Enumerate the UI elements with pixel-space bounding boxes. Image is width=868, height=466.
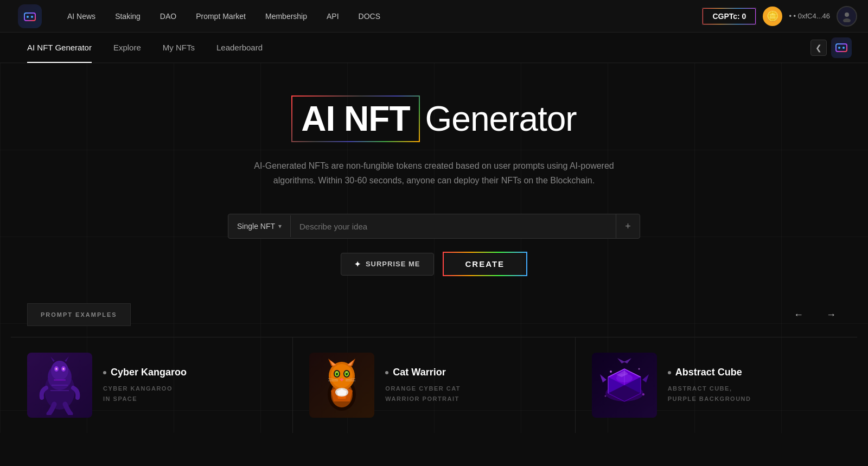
svg-point-17 — [56, 368, 57, 369]
prompt-examples-label: PROMPT EXAMPLES — [27, 303, 131, 326]
sub-nav-logo — [831, 37, 852, 58]
cgpt-label: CGPTc: 0 — [712, 12, 746, 21]
describe-input[interactable] — [291, 215, 616, 238]
card-abstract-cube[interactable]: Abstract Cube ABSTRACT CUBE,PURPLE BACKG… — [576, 337, 857, 433]
hero-title-rest: Generator — [425, 99, 577, 139]
surprise-icon: ✦ — [354, 260, 361, 269]
svg-point-10 — [51, 361, 68, 380]
nav-link-ai-news[interactable]: AI News — [60, 8, 103, 25]
create-label: CREATE — [465, 259, 505, 269]
logo[interactable] — [11, 4, 49, 28]
svg-point-1 — [27, 16, 29, 18]
collapse-button[interactable]: ❮ — [810, 40, 827, 56]
sub-nav-leaderboard[interactable]: Leaderboard — [206, 37, 273, 58]
nav-link-dao[interactable]: DAO — [152, 8, 184, 25]
nav-link-staking[interactable]: Staking — [107, 8, 148, 25]
hero-description: AI-Generated NFTs are non-fungible token… — [239, 158, 629, 188]
prev-arrow[interactable]: ← — [789, 305, 808, 324]
nav-link-docs[interactable]: DOCS — [351, 8, 388, 25]
surprise-me-button[interactable]: ✦ SURPRISE ME — [341, 253, 434, 276]
sub-nav-ai-nft-generator[interactable]: AI NFT Generator — [16, 37, 103, 58]
prompt-header: PROMPT EXAMPLES ← → — [11, 303, 857, 337]
svg-point-23 — [331, 364, 353, 388]
card-image-cyber-kangaroo — [27, 353, 92, 418]
svg-rect-0 — [24, 13, 35, 21]
card-dot — [103, 371, 106, 374]
surprise-me-label: SURPRISE ME — [366, 260, 420, 268]
chevron-down-icon: ▾ — [278, 222, 282, 230]
svg-point-2 — [31, 16, 33, 18]
card-desc-cyber-kangaroo: CYBER KANGAROOIN SPACE — [103, 384, 276, 404]
svg-point-40 — [638, 368, 640, 370]
svg-rect-5 — [836, 44, 847, 52]
nav-link-membership[interactable]: Membership — [258, 8, 315, 25]
card-image-abstract-cube — [592, 353, 657, 418]
nft-type-label: Single NFT — [237, 222, 275, 231]
top-nav: AI News Staking DAO Prompt Market Member… — [0, 0, 868, 33]
svg-point-30 — [336, 372, 337, 373]
card-title-abstract-cube: Abstract Cube — [675, 367, 742, 378]
plus-button[interactable]: + — [616, 214, 640, 238]
svg-point-42 — [642, 393, 644, 395]
card-desc-abstract-cube: ABSTRACT CUBE,PURPLE BACKGROUND — [668, 384, 841, 404]
card-image-cat-warrior — [309, 353, 374, 418]
card-dot — [668, 371, 671, 374]
carousel-nav: ← → — [789, 305, 841, 324]
sub-nav-my-nfts[interactable]: My NFTs — [152, 37, 206, 58]
sub-nav-explore[interactable]: Explore — [103, 37, 152, 58]
svg-point-3 — [845, 12, 849, 17]
svg-point-6 — [838, 47, 840, 49]
prompt-section: PROMPT EXAMPLES ← → — [11, 303, 857, 433]
svg-point-18 — [63, 368, 64, 369]
sub-nav-right: ❮ — [810, 37, 852, 58]
main-content: AI NFT Generator AI-Generated NFTs are n… — [0, 63, 868, 433]
card-title-cat-warrior: Cat Warrior — [393, 367, 445, 378]
card-cyber-kangaroo[interactable]: Cyber Kangaroo CYBER KANGAROOIN SPACE — [11, 337, 293, 433]
cards-row: Cyber Kangaroo CYBER KANGAROOIN SPACE — [11, 337, 857, 433]
svg-point-41 — [604, 395, 606, 397]
create-button[interactable]: CREATE — [443, 252, 528, 276]
svg-rect-19 — [54, 379, 66, 381]
svg-point-7 — [843, 47, 845, 49]
user-avatar[interactable] — [837, 6, 857, 27]
sub-nav: AI NFT Generator Explore My NFTs Leaderb… — [0, 33, 868, 63]
coin-icon[interactable]: 🪙 — [763, 7, 782, 26]
card-info-abstract-cube: Abstract Cube ABSTRACT CUBE,PURPLE BACKG… — [668, 367, 841, 404]
nft-type-selector[interactable]: Single NFT ▾ — [228, 215, 291, 237]
create-input-row: Single NFT ▾ + — [228, 214, 640, 239]
svg-point-39 — [610, 371, 612, 373]
card-info-cyber-kangaroo: Cyber Kangaroo CYBER KANGAROOIN SPACE — [103, 367, 276, 404]
svg-point-31 — [346, 372, 347, 373]
action-buttons: ✦ SURPRISE ME CREATE — [341, 252, 527, 276]
card-cat-warrior[interactable]: Cat Warrior ORANGE CYBER CATWARRIOR PORT… — [293, 337, 575, 433]
top-nav-right: CGPTc: 0 🪙 • • 0xfC4...46 — [702, 6, 857, 27]
nav-link-api[interactable]: API — [319, 8, 347, 25]
logo-icon — [18, 4, 42, 28]
hero-title: AI NFT Generator — [291, 95, 576, 142]
nav-link-prompt-market[interactable]: Prompt Market — [188, 8, 253, 25]
svg-point-4 — [843, 18, 851, 22]
cgpt-badge[interactable]: CGPTc: 0 — [702, 8, 756, 25]
card-info-cat-warrior: Cat Warrior ORANGE CYBER CATWARRIOR PORT… — [385, 367, 558, 404]
hero-title-highlight: AI NFT — [291, 95, 419, 142]
card-title-cyber-kangaroo: Cyber Kangaroo — [111, 367, 187, 378]
next-arrow[interactable]: → — [821, 305, 841, 324]
wallet-address[interactable]: • • 0xfC4...46 — [789, 12, 830, 20]
card-dot — [385, 371, 388, 374]
nav-links: AI News Staking DAO Prompt Market Member… — [49, 8, 702, 25]
card-desc-cat-warrior: ORANGE CYBER CATWARRIOR PORTRAIT — [385, 384, 558, 404]
